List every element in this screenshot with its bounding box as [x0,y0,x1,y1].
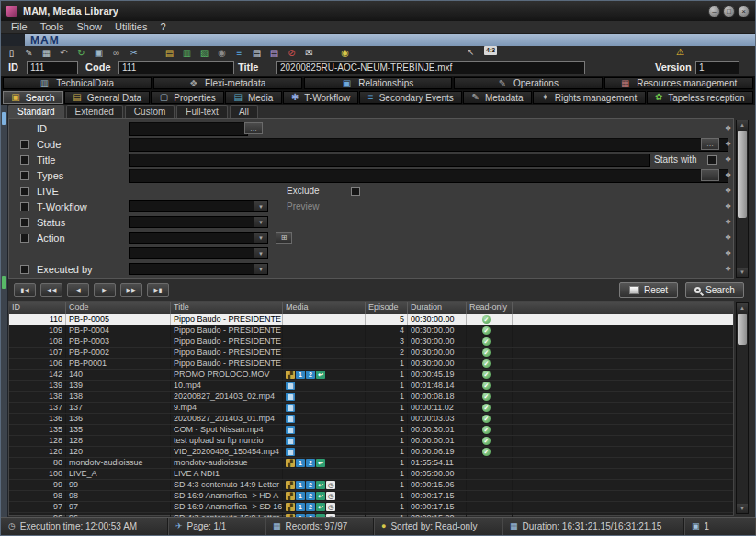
maximize-button[interactable]: □ [723,6,735,17]
menu-show[interactable]: Show [70,21,108,33]
table-scrollbar[interactable]: ▲ ▼ [736,302,749,514]
menu-help[interactable]: ? [153,21,172,33]
close-button[interactable]: × [738,6,750,17]
table-row[interactable]: 107PB-P-0002Pippo Baudo - PRESIDENTE200:… [9,348,733,359]
types-browse-button[interactable]: … [701,169,719,181]
scroll-up-icon[interactable]: ▲ [737,303,748,313]
table-row[interactable]: 80mondotv-audioissuemondotv-audioissue▞1… [9,458,733,469]
id-browse-button[interactable]: … [244,122,263,134]
form-scrollbar-thumb[interactable] [738,131,747,218]
delete-icon[interactable]: ⊘ [286,47,298,59]
last-record-button[interactable]: ▶▮ [147,283,169,297]
column-header-episode[interactable]: Episode [366,302,408,314]
left-splitter-strip[interactable] [1,105,8,517]
extra-dropdown[interactable]: ▼ [129,247,268,259]
types-checkbox[interactable] [20,171,29,180]
subtab-standard[interactable]: Standard [8,105,64,118]
prev-record-button[interactable]: ◀ [67,283,89,297]
starts-with-checkbox[interactable] [707,155,717,165]
tab-general-data[interactable]: ▤General Data [64,91,151,104]
table-scrollbar-thumb[interactable] [738,314,747,345]
tab-t-workflow[interactable]: ✱T-Workflow [283,91,359,104]
table-row[interactable]: 9999SD 4:3 contenuto 14:9 Letter▞12↩◷100… [9,480,733,491]
tab-tapeless-reception[interactable]: ✿Tapeless reception [647,91,753,104]
row-options-icon[interactable]: ❖ [725,234,731,243]
table-row[interactable]: 135135COM - Spot Nissan.mp4▤100:00:30.01… [9,425,733,436]
tab-secondary-events[interactable]: ≡Secondary Events [359,91,462,104]
subtab-custom[interactable]: Custom [125,105,175,118]
record-id-field[interactable] [27,61,78,74]
fast-next-button[interactable]: ▶▶ [120,283,142,297]
table-row[interactable]: 100LIVE_ALIVE A NDI1100:05:00.00 [9,469,733,480]
executed-by-checkbox[interactable] [20,265,29,274]
column-header-read-only[interactable]: Read-only [467,302,513,314]
export-page-icon[interactable]: ▤ [251,47,263,59]
tab-rights-management[interactable]: ✦Rights management [533,91,646,104]
status-dropdown[interactable]: ▼ [129,216,268,228]
search-button[interactable]: Search [685,282,744,298]
next-record-button[interactable]: ▶ [94,283,116,297]
playlist-icon[interactable]: ≡ [233,47,245,59]
column-header-id[interactable]: ID [9,302,66,314]
column-header-code[interactable]: Code [66,302,171,314]
cd-export-icon[interactable]: ◉ [339,47,351,59]
action-checkbox[interactable] [20,234,29,243]
scroll-up-icon[interactable]: ▲ [737,120,748,130]
exclude-checkbox[interactable] [351,187,360,196]
copy-icon[interactable]: ▣ [93,47,105,59]
table-row[interactable]: 1371379.mp4▤100:00:11.02✓ [9,403,733,414]
scroll-down-icon[interactable]: ▼ [737,268,748,277]
executed-by-dropdown[interactable]: ▼ [129,263,268,275]
new-icon[interactable]: ▯ [6,47,17,59]
table-row[interactable]: 13613620200827_201403_01.mp4▤100:00:03.0… [9,414,733,425]
code-input[interactable] [129,138,728,152]
tab-technicaldata[interactable]: ▥TechnicalData [3,77,152,89]
t-workflow-checkbox[interactable] [20,202,29,211]
live-checkbox[interactable] [20,187,29,196]
action-list-button[interactable]: ⊞ [276,232,292,244]
menu-file[interactable]: File [5,21,34,33]
row-options-icon[interactable]: ❖ [725,249,731,258]
code-checkbox[interactable] [20,140,29,149]
record-code-field[interactable] [118,61,234,74]
tab-properties[interactable]: ▢Properties [151,91,224,104]
row-options-icon[interactable]: ❖ [725,218,731,227]
table-row[interactable]: 142140PROMO PROLOCO.MOV▞12↩100:00:45.19✓ [9,370,733,381]
row-options-icon[interactable]: ❖ [725,187,731,196]
record-version-field[interactable] [695,61,739,74]
tab-resources-management[interactable]: ▦Resources management [604,77,753,89]
subtab-all[interactable]: All [230,105,258,118]
table-row[interactable]: 13913910.mp4▤100:01:48.14✓ [9,381,733,392]
workflow-link-icon[interactable]: ∞ [110,47,122,59]
record-title-field[interactable] [276,61,585,74]
notes-icon[interactable]: ▤ [268,47,280,59]
id-input[interactable] [129,122,248,136]
mail-icon[interactable]: ✉ [303,47,315,59]
row-options-icon[interactable]: ❖ [725,140,731,149]
tab-flexi-metadata[interactable]: ❖Flexi-metadata [153,77,302,89]
menu-tools[interactable]: Tools [34,21,71,33]
cut-icon[interactable]: ✂ [128,47,140,59]
refresh-icon[interactable]: ↻ [75,47,87,59]
table-row[interactable]: 13813820200827_201403_02.mp4▤100:00:08.1… [9,392,733,403]
status-checkbox[interactable] [20,218,29,227]
t-workflow-dropdown[interactable]: ▼ [129,200,268,212]
copy-media-icon[interactable]: ▧ [198,47,210,59]
types-input[interactable] [129,169,728,183]
table-row[interactable]: 108PB-P-0003Pippo Baudo - PRESIDENTE300:… [9,336,733,348]
code-browse-button[interactable]: … [701,138,719,150]
import-media-icon[interactable]: ▤ [164,47,175,59]
row-options-icon[interactable]: ❖ [725,171,731,180]
title-checkbox[interactable] [20,155,29,165]
table-row[interactable]: 9797SD 16:9 Anamorfica -> SD 16▞12↩◷100:… [9,502,733,513]
save-icon[interactable]: ▦ [40,47,52,59]
table-row[interactable]: 110PB-P-0005Pippo Baudo - PRESIDENTE500:… [9,314,733,325]
tab-metadata[interactable]: ✎Metadata [463,91,532,104]
minimize-button[interactable]: – [708,6,720,17]
column-header-duration[interactable]: Duration [408,302,467,314]
subtab-extended[interactable]: Extended [66,105,123,118]
reset-button[interactable]: Reset [619,282,678,298]
menu-utilities[interactable]: Utilities [108,21,153,33]
table-row[interactable]: 9898SD 16:9 Anamorfica -> HD A▞12↩◷100:0… [9,491,733,502]
column-header-media[interactable]: Media [283,302,366,314]
